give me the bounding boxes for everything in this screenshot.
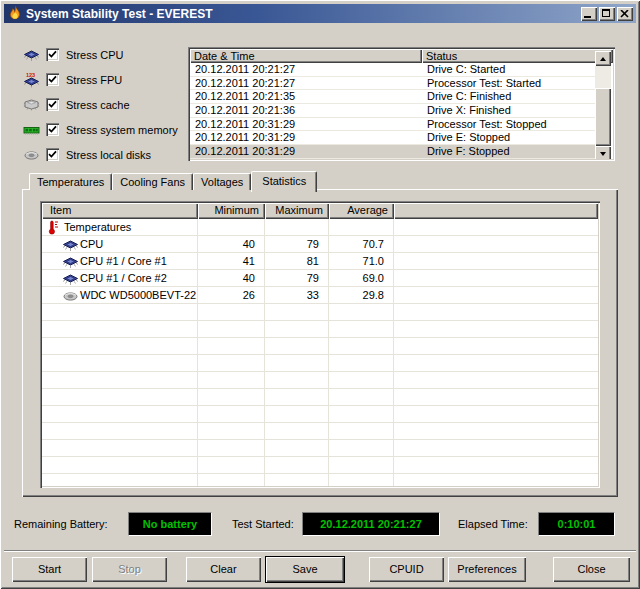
stats-max-cell [265, 338, 329, 355]
stats-max-cell [265, 304, 329, 321]
scroll-down-button[interactable] [595, 146, 611, 159]
stats-item-label: WDC WD5000BEVT-22... [80, 287, 198, 303]
stats-item-cell: CPU [42, 236, 198, 253]
stats-empty-row [42, 355, 598, 372]
memory-icon [23, 122, 40, 138]
close-button[interactable]: Close [553, 557, 630, 582]
preferences-button[interactable]: Preferences [448, 557, 526, 582]
log-status-cell: Drive C: Started [422, 63, 597, 76]
log-column-status[interactable]: Status [422, 49, 613, 63]
checkbox-stress-cpu[interactable] [46, 48, 59, 61]
stats-spacer-cell [394, 406, 598, 423]
stats-empty-row [42, 304, 598, 321]
checkbox-stress-local-disks[interactable] [46, 148, 59, 161]
tab-statistics[interactable]: Statistics [251, 171, 317, 192]
stats-avg-cell [329, 304, 394, 321]
maximize-button[interactable] [599, 7, 615, 21]
log-row[interactable]: 20.12.2011 20:21:27Drive C: Started [190, 63, 597, 77]
log-status-cell: Drive F: Stopped [422, 145, 597, 158]
stats-column-minimum[interactable]: Minimum [198, 203, 265, 219]
stats-avg-cell [329, 440, 394, 457]
log-row[interactable]: 20.12.2011 20:31:29Drive F: Stopped [190, 145, 597, 159]
clear-button[interactable]: Clear [186, 557, 261, 582]
tab-voltages[interactable]: Voltages [193, 173, 251, 190]
scroll-up-button[interactable] [595, 51, 611, 66]
minimize-button[interactable] [581, 7, 597, 21]
stats-avg-cell [329, 219, 394, 236]
cpuid-button[interactable]: CPUID [369, 557, 444, 582]
stress-option-row: Stress CPU [23, 42, 188, 67]
stats-min-cell [198, 457, 265, 474]
stats-empty-row [42, 321, 598, 338]
log-scrollbar[interactable] [595, 51, 611, 159]
stats-empty-row [42, 372, 598, 389]
stats-max-cell [265, 440, 329, 457]
stats-min-cell [198, 423, 265, 440]
titlebar[interactable]: System Stability Test - EVEREST [4, 4, 636, 23]
stats-max-cell [265, 457, 329, 474]
disk-icon [23, 147, 40, 163]
checkbox-stress-fpu[interactable] [46, 73, 59, 86]
stats-item-cell [42, 372, 198, 389]
log-row[interactable]: 20.12.2011 20:21:36Drive X: Finished [190, 104, 597, 118]
tab-temperatures[interactable]: Temperatures [29, 173, 112, 190]
stats-spacer-cell [394, 457, 598, 474]
stats-min-cell: 41 [198, 253, 265, 270]
stats-column-maximum[interactable]: Maximum [265, 203, 329, 219]
stress-option-row: 123Stress FPU [23, 67, 188, 92]
stats-item-label: CPU #1 / Core #1 [80, 253, 167, 269]
stats-min-cell [198, 372, 265, 389]
elapsed-time-display: 0:10:01 [538, 512, 615, 536]
svg-text:123: 123 [26, 72, 35, 78]
stats-min-cell [198, 338, 265, 355]
stats-avg-cell: 70.7 [329, 236, 394, 253]
checkbox-stress-cache[interactable] [46, 98, 59, 111]
log-row[interactable]: 20.12.2011 20:31:29Processor Test: Stopp… [190, 118, 597, 132]
stats-item-cell: WDC WD5000BEVT-22... [42, 287, 198, 304]
statistics-table: ItemMinimumMaximumAverage TemperaturesCP… [40, 201, 600, 488]
log-row[interactable]: 20.12.2011 20:21:35Drive C: Finished [190, 90, 597, 104]
stats-item-cell: CPU #1 / Core #1 [42, 253, 198, 270]
maximize-icon [602, 9, 610, 17]
fpu-icon: 123 [23, 72, 40, 88]
arrow-down-icon [600, 152, 606, 156]
save-button[interactable]: Save [266, 557, 344, 582]
checkbox-label: Stress system memory [66, 124, 178, 136]
cpu-icon [62, 271, 78, 286]
log-row[interactable]: 20.12.2011 20:31:29Drive E: Stopped [190, 131, 597, 145]
stats-max-cell: 81 [265, 253, 329, 270]
log-column-datetime[interactable]: Date & Time [190, 49, 422, 63]
stats-item-cell [42, 304, 198, 321]
stats-min-cell: 40 [198, 270, 265, 287]
stats-item-cell [42, 440, 198, 457]
checkbox-stress-system-memory[interactable] [46, 123, 59, 136]
stats-max-cell: 79 [265, 236, 329, 253]
start-button[interactable]: Start [12, 557, 87, 582]
checkbox-label: Stress local disks [66, 149, 151, 161]
stats-row[interactable]: CPU407970.7 [42, 236, 598, 253]
stats-min-cell [198, 474, 265, 486]
stats-item-cell [42, 457, 198, 474]
stats-row[interactable]: CPU #1 / Core #2407969.0 [42, 270, 598, 287]
stats-min-cell [198, 355, 265, 372]
stats-row[interactable]: WDC WD5000BEVT-22...263329.8 [42, 287, 598, 304]
stats-empty-row [42, 338, 598, 355]
close-button[interactable] [617, 7, 633, 21]
stats-spacer-cell [394, 423, 598, 440]
stats-row[interactable]: CPU #1 / Core #1418171.0 [42, 253, 598, 270]
log-row[interactable]: 20.12.2011 20:21:27Processor Test: Start… [190, 77, 597, 91]
log-status-cell: Drive C: Finished [422, 90, 597, 103]
stats-item-cell [42, 321, 198, 338]
stress-option-row: Stress system memory [23, 117, 188, 142]
log-datetime-cell: 20.12.2011 20:31:29 [190, 118, 422, 131]
stats-max-cell [265, 355, 329, 372]
stats-max-cell [265, 423, 329, 440]
stats-column-average[interactable]: Average [329, 203, 394, 219]
stats-row[interactable]: Temperatures [42, 219, 598, 236]
tab-cooling-fans[interactable]: Cooling Fans [112, 173, 193, 190]
scrollbar-thumb[interactable] [595, 88, 611, 146]
stats-spacer-cell [394, 304, 598, 321]
stats-column-item[interactable]: Item [42, 203, 198, 219]
stats-max-cell [265, 372, 329, 389]
stats-avg-cell [329, 457, 394, 474]
